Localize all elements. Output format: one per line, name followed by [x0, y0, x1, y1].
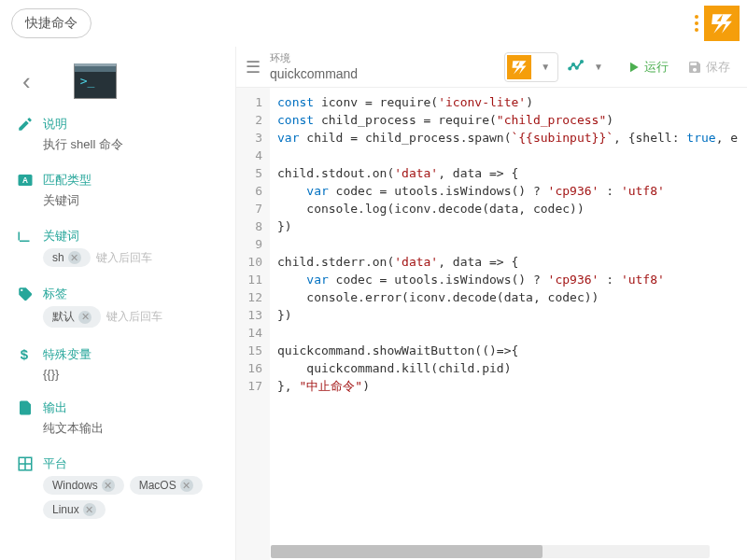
- keyword-tag[interactable]: sh✕: [43, 248, 91, 267]
- section-keywords: 关键词 sh✕ 键入后回车: [17, 228, 224, 267]
- section-title: 特殊变量: [43, 346, 92, 363]
- section-description: 说明 执行 shell 命令: [17, 116, 224, 153]
- remove-tag-icon[interactable]: ✕: [180, 479, 193, 492]
- section-title: 说明: [43, 116, 67, 133]
- save-button[interactable]: 保存: [678, 59, 740, 76]
- match-type-value[interactable]: 关键词: [17, 192, 224, 209]
- platform-tag[interactable]: Linux✕: [43, 500, 106, 519]
- remove-tag-icon[interactable]: ✕: [83, 503, 96, 516]
- brand-icon: [704, 6, 740, 41]
- scrollbar-thumb[interactable]: [271, 545, 543, 558]
- env-name: quickcommand: [270, 65, 358, 82]
- svg-point-5: [576, 66, 578, 68]
- section-title: 标签: [43, 286, 67, 302]
- section-match-type: A 匹配类型 关键词: [17, 172, 224, 209]
- svg-point-3: [569, 67, 571, 69]
- pencil-icon: [17, 116, 34, 133]
- menu-dots-icon[interactable]: [695, 15, 698, 32]
- env-label: 环境: [270, 51, 358, 64]
- tag-label: 默认: [52, 309, 75, 325]
- tag-label: Windows: [52, 479, 98, 492]
- editor-area: ☰ 环境 quickcommand ▼ ▼ 运行 保存 12: [235, 47, 747, 560]
- tag-label: sh: [52, 251, 64, 264]
- ruler-icon: [17, 228, 34, 245]
- section-output: 输出 纯文本输出: [17, 399, 224, 437]
- remove-tag-icon[interactable]: ✕: [102, 479, 115, 492]
- output-value[interactable]: 纯文本输出: [17, 420, 224, 437]
- language-selector[interactable]: ▼: [504, 52, 558, 82]
- app-logo: [695, 6, 740, 41]
- section-title: 匹配类型: [43, 172, 92, 189]
- dollar-icon: $: [17, 346, 34, 363]
- tag-icon: [17, 286, 34, 302]
- run-label: 运行: [644, 59, 669, 76]
- input-hint[interactable]: 键入后回车: [106, 309, 162, 325]
- language-icon: [507, 55, 531, 79]
- command-icon: [74, 63, 117, 99]
- section-title: 平台: [43, 455, 67, 472]
- sidebar: ‹ 说明 执行 shell 命令 A 匹配类型 关键词 关键词 sh✕: [0, 47, 235, 560]
- svg-point-6: [581, 60, 583, 62]
- menu-icon[interactable]: ☰: [236, 57, 270, 77]
- remove-tag-icon[interactable]: ✕: [68, 251, 81, 264]
- horizontal-scrollbar[interactable]: [271, 545, 710, 558]
- section-labels: 标签 默认✕ 键入后回车: [17, 286, 224, 328]
- tag-label: MacOS: [139, 479, 176, 492]
- section-platform: 平台 Windows✕MacOS✕Linux✕: [17, 455, 224, 519]
- editor-toolbar: ☰ 环境 quickcommand ▼ ▼ 运行 保存: [236, 47, 747, 88]
- letter-a-icon: A: [17, 172, 34, 189]
- svg-point-4: [572, 63, 574, 64]
- platform-tag[interactable]: Windows✕: [43, 476, 124, 495]
- description-value[interactable]: 执行 shell 命令: [17, 136, 224, 153]
- chart-button[interactable]: ▼: [558, 59, 618, 76]
- grid-icon: [17, 455, 34, 472]
- section-title: 输出: [43, 399, 67, 416]
- remove-tag-icon[interactable]: ✕: [78, 311, 92, 324]
- svg-text:A: A: [22, 176, 28, 185]
- label-tag[interactable]: 默认✕: [43, 306, 101, 328]
- line-gutter: 1234567891011121314151617: [236, 88, 270, 560]
- code-content[interactable]: const iconv = require('iconv-lite')const…: [270, 88, 747, 560]
- app-title: 快捷命令: [11, 8, 92, 38]
- chevron-down-icon: ▼: [588, 62, 609, 72]
- section-vars: $ 特殊变量 {{}}: [17, 346, 224, 381]
- document-icon: [17, 399, 34, 416]
- chevron-down-icon: ▼: [535, 62, 556, 72]
- run-button[interactable]: 运行: [618, 59, 678, 76]
- svg-text:$: $: [21, 346, 29, 362]
- back-button[interactable]: ‹: [17, 67, 36, 96]
- save-label: 保存: [706, 59, 730, 76]
- platform-tag[interactable]: MacOS✕: [130, 476, 203, 495]
- code-editor[interactable]: 1234567891011121314151617 const iconv = …: [236, 88, 747, 560]
- section-title: 关键词: [43, 228, 79, 245]
- vars-value[interactable]: {{}}: [17, 367, 224, 381]
- input-hint[interactable]: 键入后回车: [96, 250, 152, 266]
- tag-label: Linux: [52, 503, 79, 516]
